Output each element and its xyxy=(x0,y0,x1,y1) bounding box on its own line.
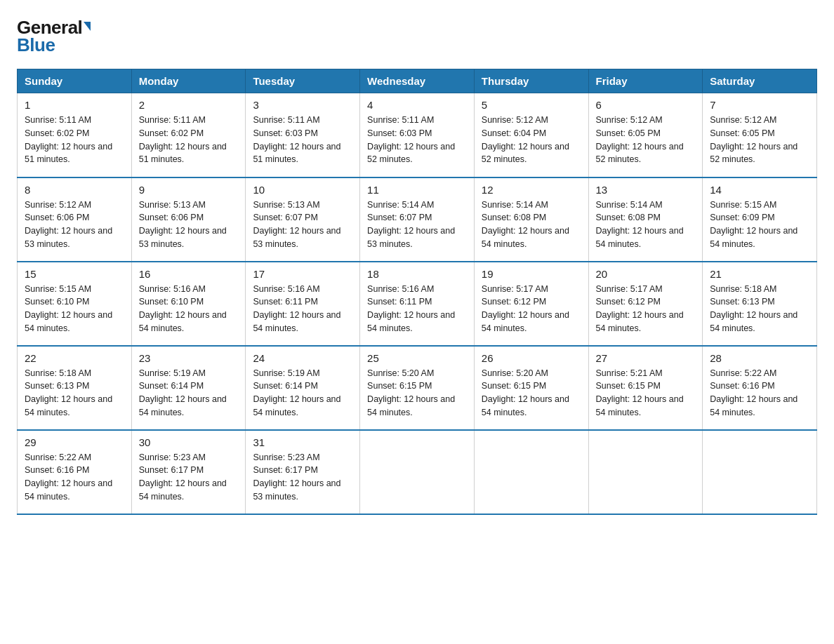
day-number: 26 xyxy=(482,352,581,364)
day-number: 23 xyxy=(139,352,239,364)
day-info: Sunrise: 5:12 AMSunset: 6:06 PMDaylight:… xyxy=(25,199,124,251)
header-tuesday: Tuesday xyxy=(246,69,360,93)
logo: General Blue xyxy=(17,17,91,56)
day-info: Sunrise: 5:22 AMSunset: 6:16 PMDaylight:… xyxy=(25,451,124,504)
calendar-week-row: 1 Sunrise: 5:11 AMSunset: 6:02 PMDayligh… xyxy=(18,93,817,177)
day-number: 18 xyxy=(367,268,467,280)
day-info: Sunrise: 5:22 AMSunset: 6:16 PMDaylight:… xyxy=(710,367,809,420)
day-info: Sunrise: 5:19 AMSunset: 6:14 PMDaylight:… xyxy=(253,367,352,420)
table-row: 4 Sunrise: 5:11 AMSunset: 6:03 PMDayligh… xyxy=(360,93,475,177)
header-thursday: Thursday xyxy=(474,69,588,93)
day-info: Sunrise: 5:20 AMSunset: 6:15 PMDaylight:… xyxy=(482,367,581,420)
day-number: 12 xyxy=(482,184,581,196)
day-number: 19 xyxy=(482,268,581,280)
table-row: 14 Sunrise: 5:15 AMSunset: 6:09 PMDaylig… xyxy=(703,177,817,262)
calendar-week-row: 15 Sunrise: 5:15 AMSunset: 6:10 PMDaylig… xyxy=(18,262,817,346)
day-info: Sunrise: 5:12 AMSunset: 6:05 PMDaylight:… xyxy=(596,114,696,166)
day-info: Sunrise: 5:11 AMSunset: 6:02 PMDaylight:… xyxy=(25,114,124,166)
header-saturday: Saturday xyxy=(703,69,817,93)
header-monday: Monday xyxy=(131,69,246,93)
table-row: 25 Sunrise: 5:20 AMSunset: 6:15 PMDaylig… xyxy=(360,346,475,430)
day-number: 30 xyxy=(139,436,239,448)
table-row: 2 Sunrise: 5:11 AMSunset: 6:02 PMDayligh… xyxy=(131,93,246,177)
day-number: 10 xyxy=(253,184,352,196)
table-row: 21 Sunrise: 5:18 AMSunset: 6:13 PMDaylig… xyxy=(703,262,817,346)
table-row: 17 Sunrise: 5:16 AMSunset: 6:11 PMDaylig… xyxy=(246,262,360,346)
day-info: Sunrise: 5:16 AMSunset: 6:10 PMDaylight:… xyxy=(139,283,239,335)
day-info: Sunrise: 5:18 AMSunset: 6:13 PMDaylight:… xyxy=(25,367,124,420)
table-row xyxy=(588,430,703,514)
header-row: Sunday Monday Tuesday Wednesday Thursday… xyxy=(18,69,817,93)
table-row: 11 Sunrise: 5:14 AMSunset: 6:07 PMDaylig… xyxy=(360,177,475,262)
table-row: 5 Sunrise: 5:12 AMSunset: 6:04 PMDayligh… xyxy=(474,93,588,177)
day-info: Sunrise: 5:15 AMSunset: 6:10 PMDaylight:… xyxy=(25,283,124,335)
day-number: 9 xyxy=(139,184,239,196)
table-row: 29 Sunrise: 5:22 AMSunset: 6:16 PMDaylig… xyxy=(18,430,132,514)
table-row: 18 Sunrise: 5:16 AMSunset: 6:11 PMDaylig… xyxy=(360,262,475,346)
day-number: 24 xyxy=(253,352,352,364)
table-row: 23 Sunrise: 5:19 AMSunset: 6:14 PMDaylig… xyxy=(131,346,246,430)
day-info: Sunrise: 5:16 AMSunset: 6:11 PMDaylight:… xyxy=(367,283,467,335)
table-row: 6 Sunrise: 5:12 AMSunset: 6:05 PMDayligh… xyxy=(588,93,703,177)
calendar-table: Sunday Monday Tuesday Wednesday Thursday… xyxy=(17,69,817,515)
day-info: Sunrise: 5:12 AMSunset: 6:05 PMDaylight:… xyxy=(710,114,809,166)
day-number: 1 xyxy=(25,99,124,111)
table-row: 9 Sunrise: 5:13 AMSunset: 6:06 PMDayligh… xyxy=(131,177,246,262)
table-row: 15 Sunrise: 5:15 AMSunset: 6:10 PMDaylig… xyxy=(18,262,132,346)
day-number: 22 xyxy=(25,352,124,364)
day-number: 3 xyxy=(253,99,352,111)
table-row: 19 Sunrise: 5:17 AMSunset: 6:12 PMDaylig… xyxy=(474,262,588,346)
day-info: Sunrise: 5:20 AMSunset: 6:15 PMDaylight:… xyxy=(367,367,467,420)
table-row: 12 Sunrise: 5:14 AMSunset: 6:08 PMDaylig… xyxy=(474,177,588,262)
table-row: 10 Sunrise: 5:13 AMSunset: 6:07 PMDaylig… xyxy=(246,177,360,262)
day-info: Sunrise: 5:15 AMSunset: 6:09 PMDaylight:… xyxy=(710,199,809,251)
table-row: 24 Sunrise: 5:19 AMSunset: 6:14 PMDaylig… xyxy=(246,346,360,430)
table-row: 13 Sunrise: 5:14 AMSunset: 6:08 PMDaylig… xyxy=(588,177,703,262)
day-number: 6 xyxy=(596,99,696,111)
day-number: 31 xyxy=(253,436,352,448)
day-number: 28 xyxy=(710,352,809,364)
day-number: 13 xyxy=(596,184,696,196)
header-friday: Friday xyxy=(588,69,703,93)
day-info: Sunrise: 5:11 AMSunset: 6:03 PMDaylight:… xyxy=(253,114,352,166)
day-number: 27 xyxy=(596,352,696,364)
calendar-week-row: 29 Sunrise: 5:22 AMSunset: 6:16 PMDaylig… xyxy=(18,430,817,514)
day-number: 20 xyxy=(596,268,696,280)
day-info: Sunrise: 5:19 AMSunset: 6:14 PMDaylight:… xyxy=(139,367,239,420)
day-number: 11 xyxy=(367,184,467,196)
day-info: Sunrise: 5:21 AMSunset: 6:15 PMDaylight:… xyxy=(596,367,696,420)
day-info: Sunrise: 5:11 AMSunset: 6:03 PMDaylight:… xyxy=(367,114,467,166)
day-info: Sunrise: 5:14 AMSunset: 6:07 PMDaylight:… xyxy=(367,199,467,251)
day-info: Sunrise: 5:14 AMSunset: 6:08 PMDaylight:… xyxy=(482,199,581,251)
day-info: Sunrise: 5:17 AMSunset: 6:12 PMDaylight:… xyxy=(596,283,696,335)
table-row xyxy=(474,430,588,514)
day-info: Sunrise: 5:12 AMSunset: 6:04 PMDaylight:… xyxy=(482,114,581,166)
table-row xyxy=(360,430,475,514)
table-row: 20 Sunrise: 5:17 AMSunset: 6:12 PMDaylig… xyxy=(588,262,703,346)
day-number: 21 xyxy=(710,268,809,280)
day-info: Sunrise: 5:17 AMSunset: 6:12 PMDaylight:… xyxy=(482,283,581,335)
table-row: 3 Sunrise: 5:11 AMSunset: 6:03 PMDayligh… xyxy=(246,93,360,177)
day-info: Sunrise: 5:14 AMSunset: 6:08 PMDaylight:… xyxy=(596,199,696,251)
day-info: Sunrise: 5:13 AMSunset: 6:07 PMDaylight:… xyxy=(253,199,352,251)
table-row: 8 Sunrise: 5:12 AMSunset: 6:06 PMDayligh… xyxy=(18,177,132,262)
calendar-body: 1 Sunrise: 5:11 AMSunset: 6:02 PMDayligh… xyxy=(18,93,817,514)
logo-blue-text: Blue xyxy=(17,34,55,56)
page-header: General Blue xyxy=(17,17,817,56)
header-sunday: Sunday xyxy=(18,69,132,93)
day-info: Sunrise: 5:18 AMSunset: 6:13 PMDaylight:… xyxy=(710,283,809,335)
day-number: 25 xyxy=(367,352,467,364)
day-number: 8 xyxy=(25,184,124,196)
day-number: 4 xyxy=(367,99,467,111)
day-number: 16 xyxy=(139,268,239,280)
day-number: 15 xyxy=(25,268,124,280)
table-row: 26 Sunrise: 5:20 AMSunset: 6:15 PMDaylig… xyxy=(474,346,588,430)
day-info: Sunrise: 5:23 AMSunset: 6:17 PMDaylight:… xyxy=(253,451,352,504)
day-info: Sunrise: 5:13 AMSunset: 6:06 PMDaylight:… xyxy=(139,199,239,251)
table-row: 28 Sunrise: 5:22 AMSunset: 6:16 PMDaylig… xyxy=(703,346,817,430)
logo-triangle-icon xyxy=(84,22,91,31)
day-info: Sunrise: 5:11 AMSunset: 6:02 PMDaylight:… xyxy=(139,114,239,166)
day-number: 29 xyxy=(25,436,124,448)
calendar-week-row: 8 Sunrise: 5:12 AMSunset: 6:06 PMDayligh… xyxy=(18,177,817,262)
day-info: Sunrise: 5:16 AMSunset: 6:11 PMDaylight:… xyxy=(253,283,352,335)
